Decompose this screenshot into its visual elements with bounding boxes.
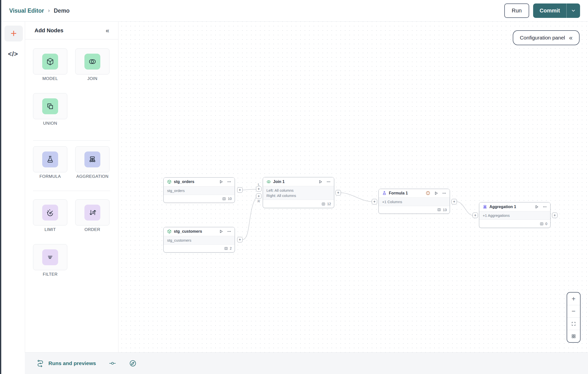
app-left-edge — [0, 0, 1, 374]
node-footer: 10 — [164, 195, 235, 203]
model-cube-icon — [42, 54, 58, 70]
zoom-out-button[interactable]: − — [567, 305, 580, 317]
node-header: Join 1 — [263, 177, 334, 186]
plus-icon: + — [553, 213, 556, 217]
column-count: 12 — [327, 202, 331, 206]
tile-formula[interactable] — [33, 146, 67, 172]
tile-aggregation[interactable] — [75, 146, 110, 172]
node-header: Aggregation 1 — [479, 202, 550, 211]
node-menu-icon[interactable] — [543, 205, 547, 209]
node-menu-icon[interactable] — [327, 180, 331, 184]
flask-icon — [382, 191, 387, 195]
run-button[interactable]: Run — [504, 3, 529, 18]
port-formula-input[interactable]: + — [372, 199, 377, 204]
node-join-1[interactable]: Join 1 Left: All columns Right: All colu… — [263, 177, 334, 208]
plus-icon: + — [239, 238, 241, 242]
add-nodes-panel: Add Nodes « MODEL JOIN — [25, 22, 118, 352]
tile-model-label: MODEL — [30, 76, 70, 81]
port-join-left-input[interactable]: + — [256, 186, 261, 192]
port-join-output[interactable]: + — [335, 190, 341, 195]
node-summary: +1 Aggregations — [479, 211, 550, 220]
toolbox-divider — [33, 191, 110, 191]
sort-arrows-icon — [84, 205, 100, 221]
tile-order-label: ORDER — [73, 227, 112, 232]
tile-limit[interactable] — [33, 199, 67, 225]
node-footer: 0 — [479, 220, 550, 228]
node-title: Aggregation 1 — [489, 205, 516, 209]
run-node-icon[interactable] — [219, 180, 223, 184]
run-node-icon[interactable] — [319, 180, 322, 184]
plus-icon: + — [11, 28, 17, 39]
node-stg-customers[interactable]: stg_customers stg_customers 2 — [163, 227, 235, 253]
breadcrumb-visual-editor[interactable]: Visual Editor — [9, 7, 44, 14]
node-summary-line: stg_orders — [167, 188, 231, 193]
node-header: stg_orders — [164, 178, 235, 186]
run-node-icon[interactable] — [219, 229, 223, 233]
tile-formula-label: FORMULA — [30, 174, 70, 179]
node-summary-line: Left: All columns — [266, 188, 331, 193]
gauge-icon — [42, 205, 58, 221]
plus-icon: + — [257, 194, 260, 198]
port-formula-output[interactable]: + — [451, 199, 457, 204]
node-formula-1[interactable]: Formula 1 +1 Columns 13 — [378, 189, 450, 214]
code-view-button[interactable]: </> — [1, 49, 25, 59]
runs-and-previews-button[interactable]: Runs and previews — [37, 359, 96, 367]
runs-flow-icon — [37, 359, 44, 367]
node-summary: Left: All columns Right: All columns — [263, 186, 334, 200]
node-summary: stg_orders — [164, 186, 235, 195]
collapse-panel-icon[interactable]: « — [106, 27, 109, 34]
port-stg-orders-output[interactable]: + — [237, 187, 243, 193]
port-join-right-input[interactable]: + — [256, 193, 261, 199]
compass-icon — [129, 360, 137, 367]
column-count: 2 — [230, 246, 232, 250]
node-title: stg_orders — [174, 180, 194, 184]
topbar-actions: Run Commit — [504, 3, 588, 18]
tile-aggregation-label: AGGREGATION — [73, 174, 112, 179]
explore-button[interactable] — [129, 360, 137, 367]
node-menu-icon[interactable] — [442, 191, 446, 195]
node-title: Join 1 — [273, 180, 285, 184]
breadcrumb-separator-icon: › — [48, 7, 50, 14]
tile-order[interactable] — [75, 199, 110, 225]
layout-grid-button[interactable] — [567, 330, 580, 342]
aggregation-tree-icon — [483, 205, 487, 209]
port-aggregation-input[interactable]: + — [473, 213, 478, 218]
plus-icon: + — [373, 200, 375, 204]
commit-history-button[interactable] — [109, 360, 116, 367]
node-menu-icon[interactable] — [227, 229, 231, 233]
tile-join[interactable] — [75, 48, 110, 75]
plus-icon: + — [337, 191, 339, 195]
run-node-icon[interactable] — [434, 191, 438, 195]
tile-union[interactable] — [33, 93, 67, 119]
port-stg-customers-output[interactable]: + — [237, 237, 243, 242]
commit-menu-button[interactable] — [567, 3, 580, 18]
join-circles-icon — [84, 54, 100, 70]
grid-icon — [571, 334, 576, 339]
fit-view-button[interactable] — [567, 317, 580, 330]
edge-formula-to-aggregation — [457, 202, 473, 215]
tile-model[interactable] — [33, 48, 67, 75]
configuration-panel-button[interactable]: Configuration panel « — [513, 30, 580, 45]
node-aggregation-1[interactable]: Aggregation 1 +1 Aggregations 0 — [479, 202, 551, 228]
breadcrumb: Visual Editor › Demo — [1, 7, 70, 14]
bottom-bar: Runs and previews — [25, 352, 588, 374]
left-rail: + </> — [1, 22, 25, 374]
tile-filter[interactable] — [33, 244, 67, 270]
zoom-in-button[interactable]: + — [567, 293, 580, 305]
plus-icon: + — [239, 188, 241, 192]
columns-icon — [437, 208, 441, 212]
add-node-button[interactable]: + — [4, 26, 23, 41]
node-footer: 13 — [379, 206, 450, 214]
node-menu-icon[interactable] — [227, 180, 231, 184]
node-stg-orders[interactable]: stg_orders stg_orders 10 — [163, 177, 235, 203]
flask-icon — [42, 151, 58, 167]
minus-icon: − — [572, 307, 576, 315]
warning-icon — [426, 191, 430, 195]
edge-join-to-formula — [341, 193, 372, 202]
pipeline-canvas[interactable]: stg_orders stg_orders 10 Join 1 — [118, 22, 588, 352]
commit-button[interactable]: Commit — [533, 3, 566, 18]
port-aggregation-output[interactable]: + — [552, 213, 557, 218]
chevron-down-icon — [571, 8, 576, 13]
canvas-zoom-controls: + − — [567, 292, 581, 343]
run-node-icon[interactable] — [535, 205, 539, 209]
